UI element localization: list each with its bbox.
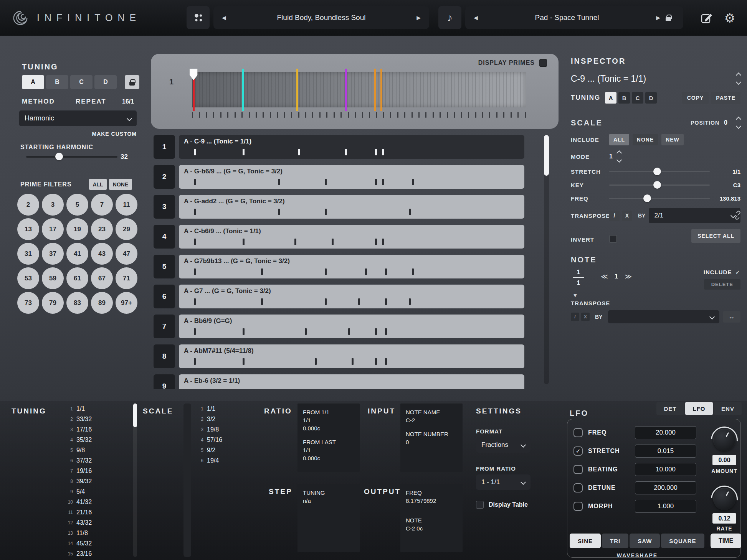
note-tick[interactable] — [325, 298, 327, 305]
viz-marker-note-3[interactable] — [296, 69, 298, 111]
next-note-button[interactable]: ≫ — [625, 272, 632, 281]
prime-filter-19[interactable]: 19 — [66, 218, 88, 240]
prime-filter-73[interactable]: 73 — [17, 292, 39, 314]
method-dropdown[interactable]: Harmonic — [19, 110, 137, 126]
scale-row[interactable]: 8A - AbM7#11 (5/4=11/8) — [154, 344, 524, 368]
note-transpose-dropdown[interactable] — [608, 310, 719, 323]
prime-filter-37[interactable]: 37 — [42, 243, 64, 265]
scale-row-number[interactable]: 8 — [154, 344, 175, 368]
note-tick[interactable] — [194, 209, 196, 215]
note-tick[interactable] — [194, 328, 196, 335]
note-tick[interactable] — [409, 298, 411, 305]
patch-browser-button[interactable]: ♪ — [438, 6, 461, 29]
slider-thumb[interactable] — [653, 168, 661, 175]
next-patch-preset-button[interactable]: ▶ — [656, 15, 660, 21]
ratio-list-item[interactable]: 59/2 — [194, 445, 222, 455]
note-tick[interactable] — [385, 268, 387, 275]
inspector-tuning-tab-b[interactable]: B — [618, 92, 630, 104]
prime-filter-59[interactable]: 59 — [42, 267, 64, 289]
note-tick[interactable] — [243, 239, 245, 245]
rate-value[interactable]: 0.12 — [712, 513, 736, 524]
scale-row-body[interactable]: A - AbM7#11 (5/4=11/8) — [179, 344, 524, 368]
starting-harmonic-slider[interactable] — [26, 153, 117, 161]
ratio-list-item[interactable]: 637/32 — [64, 455, 92, 466]
scale-row-body[interactable]: A - G7 ... (G = G, Tonic = 3/2) — [179, 285, 524, 308]
scale-row-body[interactable]: A - G-b6/9 ... (G = G, Tonic = 3/2) — [179, 165, 524, 189]
prime-filter-83[interactable]: 83 — [66, 292, 88, 314]
note-tick[interactable] — [194, 149, 196, 155]
scale-row[interactable]: 3A - G-add2 ... (G = G, Tonic = 3/2) — [154, 195, 524, 219]
amount-knob[interactable] — [713, 429, 735, 451]
note-include-toggle[interactable]: INCLUDE ✓ — [704, 269, 740, 276]
prime-filter-41[interactable]: 41 — [66, 243, 88, 265]
note-tick[interactable] — [278, 209, 280, 215]
include-none-button[interactable]: NONE — [633, 134, 658, 145]
lfo-detune-value[interactable]: 200.000 — [635, 481, 696, 494]
scale-row[interactable]: 2A - G-b6/9 ... (G = G, Tonic = 3/2) — [154, 165, 524, 189]
ratio-list-item[interactable]: 1445/32 — [64, 538, 92, 548]
lfo-beating-checkbox[interactable] — [573, 465, 583, 474]
prev-note-button[interactable]: ≪ — [601, 272, 608, 281]
lfo-tab-lfo[interactable]: LFO — [685, 402, 713, 415]
song-preset-name[interactable]: Fluid Body, Boundless Soul — [226, 13, 416, 22]
note-tick[interactable] — [261, 298, 263, 305]
note-tick[interactable] — [385, 358, 387, 365]
prime-filter-31[interactable]: 31 — [17, 243, 39, 265]
next-song-preset-button[interactable]: ▶ — [416, 15, 421, 21]
ratio-list-item[interactable]: 59/8 — [64, 445, 92, 455]
stepper-down-icon[interactable] — [736, 124, 741, 129]
slider-thumb[interactable] — [643, 194, 651, 202]
ratio-list-item[interactable]: 233/32 — [64, 414, 92, 424]
freq-slider[interactable] — [609, 194, 710, 202]
scale-row-body[interactable]: A - Eb-6 (3/2 = 1/1) — [179, 374, 524, 389]
rate-knob[interactable] — [713, 488, 735, 510]
primes-none-button[interactable]: NONE — [109, 179, 132, 190]
scale-row-body[interactable]: A - G-add2 ... (G = G, Tonic = 3/2) — [179, 195, 524, 219]
note-tick[interactable] — [261, 268, 263, 275]
note-ratio[interactable]: 1 1 — [571, 269, 586, 287]
note-tick[interactable] — [382, 179, 384, 185]
note-tick[interactable] — [325, 268, 327, 275]
scale-row-body[interactable]: A - G7b9b13 ... (G = G, Tonic = 3/2) — [179, 255, 524, 278]
stepper-down-icon[interactable] — [736, 79, 741, 85]
invert-checkbox[interactable] — [609, 235, 617, 243]
viz-marker-note-5[interactable] — [374, 69, 376, 111]
note-tick[interactable] — [375, 149, 377, 155]
ratio-list-item[interactable]: 719/16 — [64, 466, 92, 476]
waveshape-square[interactable]: SQUARE — [661, 534, 704, 548]
scale-row-number[interactable]: 3 — [154, 195, 175, 219]
note-tick[interactable] — [382, 239, 384, 245]
patch-lock-button[interactable] — [662, 11, 675, 24]
save-preset-button[interactable] — [698, 9, 716, 27]
note-tick[interactable] — [382, 149, 384, 155]
note-tick[interactable] — [294, 239, 296, 245]
prime-filter-53[interactable]: 53 — [17, 267, 39, 289]
prime-filter-29[interactable]: 29 — [116, 218, 137, 240]
lfo-morph-checkbox[interactable] — [573, 502, 583, 511]
prime-filter-47[interactable]: 47 — [116, 243, 137, 265]
time-button[interactable]: TIME — [711, 534, 741, 548]
prime-filter-2[interactable]: 2 — [17, 194, 39, 216]
note-tick[interactable] — [365, 268, 367, 275]
prime-filter-43[interactable]: 43 — [91, 243, 113, 265]
note-tick[interactable] — [194, 239, 196, 245]
scale-row[interactable]: 1A - C-9 ... (Tonic = 1/1) — [154, 135, 524, 159]
prime-filter-61[interactable]: 61 — [66, 267, 88, 289]
lfo-freq-value[interactable]: 20.000 — [635, 426, 696, 439]
scale-row-number[interactable]: 2 — [154, 165, 175, 189]
tuning-tab-d[interactable]: D — [94, 75, 117, 89]
lfo-beating-value[interactable]: 10.000 — [635, 463, 696, 476]
select-all-button[interactable]: SELECT ALL — [691, 229, 740, 243]
prime-filter-3[interactable]: 3 — [42, 194, 64, 216]
prime-filter-5[interactable]: 5 — [66, 194, 88, 216]
note-tick[interactable] — [194, 179, 196, 185]
prev-song-preset-button[interactable]: ◀ — [222, 15, 226, 21]
lfo-stretch-checkbox[interactable] — [573, 446, 583, 456]
scale-list-scrollbar[interactable] — [544, 135, 549, 384]
inspector-tuning-tab-c[interactable]: C — [632, 92, 643, 104]
ratio-list-item[interactable]: 1243/32 — [64, 517, 92, 528]
ratio-list-item[interactable]: 1311/8 — [64, 528, 92, 538]
note-tick[interactable] — [375, 239, 377, 245]
unlink-icon[interactable] — [733, 210, 743, 220]
prev-patch-preset-button[interactable]: ◀ — [474, 15, 478, 21]
